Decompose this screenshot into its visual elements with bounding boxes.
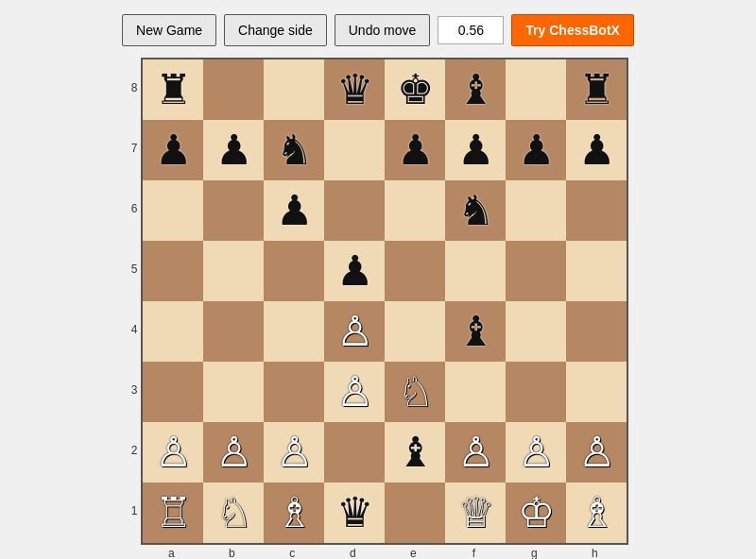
piece-f2: ♙ <box>457 432 494 473</box>
score-input[interactable] <box>438 16 504 44</box>
square-a1[interactable]: ♖ <box>143 483 203 543</box>
square-f5[interactable] <box>445 241 506 301</box>
square-a5[interactable] <box>143 241 203 301</box>
piece-a2: ♙ <box>155 432 192 473</box>
piece-f7: ♟ <box>457 129 494 171</box>
piece-d5: ♟ <box>336 250 373 292</box>
piece-d4: ♙ <box>336 311 373 352</box>
board-container: 8 7 6 5 4 3 2 1 ♜♛♚♝♜♟♟♞♟♟♟♟♟♞♟♙♝♙♘♙♙♙♝♙… <box>128 58 629 559</box>
square-d6[interactable] <box>324 180 385 241</box>
piece-b2: ♙ <box>215 432 252 473</box>
square-f7[interactable]: ♟ <box>445 120 506 180</box>
rank-1: 1 <box>131 481 138 541</box>
piece-c1: ♗ <box>276 492 313 534</box>
square-c4[interactable] <box>264 301 324 362</box>
square-h4[interactable] <box>566 301 627 362</box>
square-c6[interactable]: ♟ <box>264 180 324 241</box>
rank-8: 8 <box>131 58 138 118</box>
square-a8[interactable]: ♜ <box>143 59 203 120</box>
square-h2[interactable]: ♙ <box>566 422 627 483</box>
square-g7[interactable]: ♟ <box>506 120 566 180</box>
square-e7[interactable]: ♟ <box>385 120 445 180</box>
rank-6: 6 <box>131 178 138 239</box>
file-f: f <box>443 547 504 559</box>
square-b3[interactable] <box>203 362 264 422</box>
square-c7[interactable]: ♞ <box>264 120 324 180</box>
piece-f4: ♝ <box>457 311 494 352</box>
square-g8[interactable] <box>506 59 566 120</box>
piece-g7: ♟ <box>518 129 555 171</box>
square-e8[interactable]: ♚ <box>385 59 445 120</box>
square-a4[interactable] <box>143 301 203 362</box>
rank-3: 3 <box>131 360 138 420</box>
square-b4[interactable] <box>203 301 264 362</box>
square-f6[interactable]: ♞ <box>445 180 506 241</box>
square-e3[interactable]: ♘ <box>385 362 445 422</box>
square-g5[interactable] <box>506 241 566 301</box>
piece-a1: ♖ <box>155 492 192 534</box>
square-g1[interactable]: ♔ <box>506 483 566 543</box>
piece-e8: ♚ <box>397 69 434 110</box>
undo-move-button[interactable]: Undo move <box>335 14 431 46</box>
square-h3[interactable] <box>566 362 627 422</box>
square-h1[interactable]: ♗ <box>566 483 627 543</box>
square-h7[interactable]: ♟ <box>566 120 627 180</box>
square-e5[interactable] <box>385 241 445 301</box>
rank-2: 2 <box>131 420 138 481</box>
square-d1[interactable]: ♛ <box>324 483 385 543</box>
chess-board: ♜♛♚♝♜♟♟♞♟♟♟♟♟♞♟♙♝♙♘♙♙♙♝♙♙♙♖♘♗♛♕♔♗ <box>141 58 628 545</box>
square-a6[interactable] <box>143 180 203 241</box>
square-g4[interactable] <box>506 301 566 362</box>
square-d3[interactable]: ♙ <box>324 362 385 422</box>
square-e6[interactable] <box>385 180 445 241</box>
piece-b1: ♘ <box>215 492 252 534</box>
new-game-button[interactable]: New Game <box>122 14 216 46</box>
square-e4[interactable] <box>385 301 445 362</box>
square-d5[interactable]: ♟ <box>324 241 385 301</box>
square-d2[interactable] <box>324 422 385 483</box>
square-f3[interactable] <box>445 362 506 422</box>
square-h8[interactable]: ♜ <box>566 59 627 120</box>
square-a3[interactable] <box>143 362 203 422</box>
try-chessbot-button[interactable]: Try ChessBotX <box>511 14 634 46</box>
square-a7[interactable]: ♟ <box>143 120 203 180</box>
square-f8[interactable]: ♝ <box>445 59 506 120</box>
square-f1[interactable]: ♕ <box>445 483 506 543</box>
square-b5[interactable] <box>203 241 264 301</box>
file-h: h <box>564 547 625 559</box>
square-b6[interactable] <box>203 180 264 241</box>
square-b1[interactable]: ♘ <box>203 483 264 543</box>
square-g3[interactable] <box>506 362 566 422</box>
square-b8[interactable] <box>203 59 264 120</box>
square-c8[interactable] <box>264 59 324 120</box>
square-a2[interactable]: ♙ <box>143 422 203 483</box>
square-h5[interactable] <box>566 241 627 301</box>
file-g: g <box>504 547 564 559</box>
piece-h7: ♟ <box>578 129 615 171</box>
square-b2[interactable]: ♙ <box>203 422 264 483</box>
piece-c7: ♞ <box>276 129 313 171</box>
piece-d8: ♛ <box>336 69 373 110</box>
square-d8[interactable]: ♛ <box>324 59 385 120</box>
rank-7: 7 <box>131 118 138 178</box>
file-d: d <box>322 547 383 559</box>
file-e: e <box>383 547 443 559</box>
square-c5[interactable] <box>264 241 324 301</box>
square-d7[interactable] <box>324 120 385 180</box>
square-c2[interactable]: ♙ <box>264 422 324 483</box>
square-g6[interactable] <box>506 180 566 241</box>
square-b7[interactable]: ♟ <box>203 120 264 180</box>
square-g2[interactable]: ♙ <box>506 422 566 483</box>
piece-a7: ♟ <box>155 129 192 171</box>
square-e1[interactable] <box>385 483 445 543</box>
square-d4[interactable]: ♙ <box>324 301 385 362</box>
square-h6[interactable] <box>566 180 627 241</box>
change-side-button[interactable]: Change side <box>224 14 327 46</box>
square-f2[interactable]: ♙ <box>445 422 506 483</box>
piece-f8: ♝ <box>457 69 494 110</box>
square-f4[interactable]: ♝ <box>445 301 506 362</box>
piece-b7: ♟ <box>215 129 252 171</box>
square-c3[interactable] <box>264 362 324 422</box>
square-c1[interactable]: ♗ <box>264 483 324 543</box>
square-e2[interactable]: ♝ <box>385 422 445 483</box>
